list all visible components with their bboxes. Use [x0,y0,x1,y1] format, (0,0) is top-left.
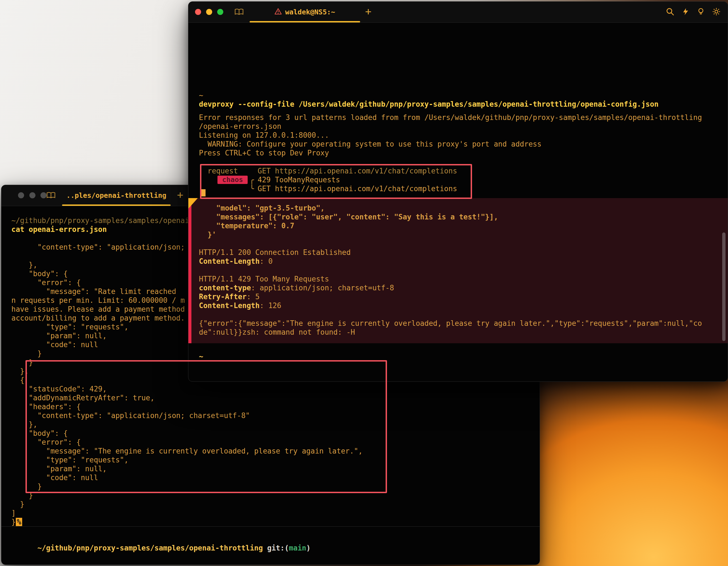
highlighted-output-block: "model": "gpt-3.5-turbo", "messages": [{… [188,198,728,343]
terminal-last-line: }% [11,518,537,526]
http-200-content-length: Content-Length: 0 [188,257,728,266]
http-429-retry-after: Retry-After: 5 [188,292,728,301]
error-body-line-1: {"error":{"message":"The engine is curre… [188,319,728,328]
zoom-button[interactable] [217,9,223,15]
header-value: : 5 [247,293,260,301]
http-429-content-type: content-type: application/json; charset=… [188,283,728,292]
tab-openai-throttling[interactable]: ..ples/openai-throttling [62,185,171,206]
mark-triangle-icon [188,198,198,209]
devproxy-startup-output: Error responses for 3 url patterns loade… [199,113,725,157]
annotation-box-chaos-response [200,164,472,199]
tab-waldek-ns5[interactable]: waldek@NS5:~ [250,2,360,22]
active-tab-underline [62,204,171,206]
zoom-button-back[interactable] [40,192,47,198]
gear-icon[interactable] [712,7,721,17]
header-value: : 0 [260,257,273,265]
header-key: Content-Length [199,257,260,265]
lightning-icon[interactable] [681,7,690,17]
request-body-json: "model": "gpt-3.5-turbo", "messages": [{… [199,204,725,239]
new-tab-button-back[interactable]: + [177,188,183,201]
search-icon[interactable] [666,7,675,17]
prompt-path: ~/github/pnp/proxy-samples/samples/opena… [37,544,263,552]
titlebar-front[interactable]: waldek@NS5:~ + [188,2,728,23]
desktop: ..ples/openai-throttling + ~/github/pnp/… [0,0,728,566]
shell-prompt: ~/github/pnp/proxy-samples/samples/opena… [11,535,537,544]
close-button[interactable] [195,9,201,15]
book-icon[interactable] [234,8,244,17]
closing-brace: } [11,518,16,526]
error-body-line-2: de":null}}zsh: command not found: -H [188,328,728,337]
http-200-line: HTTP/1.1 200 Connection Established [188,248,728,257]
minimize-button[interactable] [206,9,212,15]
minimize-button-back[interactable] [29,192,35,198]
http-429-content-length: Content-Length: 126 [188,301,728,310]
tab-title: waldek@NS5:~ [285,8,335,16]
trailing-tilde: ~ [199,352,725,361]
header-key: Content-Length [199,301,260,310]
header-key: Retry-After [199,293,247,301]
active-tab-underline [250,21,360,22]
header-key: content-type [199,284,251,292]
tab-title: ..ples/openai-throttling [66,191,166,199]
terminal-cursor-back: % [16,518,22,526]
close-button-back[interactable] [18,192,24,198]
prompt-git-branch: main [289,544,306,552]
prompt-divider [1,526,540,527]
header-value: : 126 [260,301,281,310]
warning-icon [275,8,282,16]
http-429-line: HTTP/1.1 429 Too Many Requests [188,275,728,283]
terminal-command-devproxy: devproxy --config-file /Users/waldek/git… [199,100,725,109]
prompt-git-prefix: git:( [263,544,289,552]
book-icon[interactable] [46,192,56,200]
scrollbar[interactable] [722,232,726,341]
new-tab-button[interactable]: + [365,5,371,18]
prompt-git-suffix: ) [306,544,311,552]
lightbulb-icon[interactable] [697,7,705,17]
statusbar-icons [666,7,721,17]
annotation-box-error-json [25,360,387,493]
prompt-tilde: ~ [199,91,725,100]
header-value: : application/json; charset=utf-8 [251,284,394,292]
